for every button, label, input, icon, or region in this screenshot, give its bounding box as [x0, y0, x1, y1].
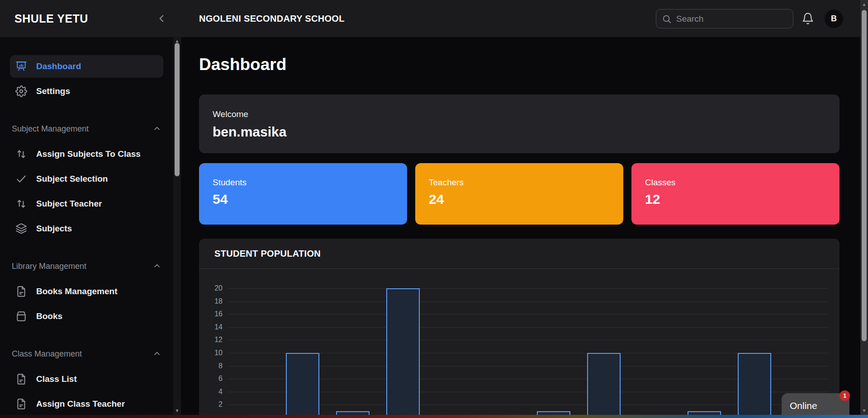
bell-icon: [802, 12, 814, 25]
search-input[interactable]: [676, 14, 780, 24]
scroll-up-arrow-icon[interactable]: ▲: [860, 1, 868, 8]
sidebar-item-books[interactable]: Books: [10, 305, 163, 328]
section-label: Subject Management: [12, 124, 89, 134]
page-scrollbar-thumb[interactable]: [862, 10, 867, 341]
chart-gridline: [228, 327, 829, 328]
sidebar-item-class-list[interactable]: Class List: [10, 368, 163, 390]
chart-header: STUDENT POPULATION: [199, 239, 840, 269]
notification-count-badge: 1: [840, 390, 850, 401]
welcome-card: Welcome ben.masika: [199, 94, 840, 153]
welcome-label: Welcome: [213, 109, 840, 119]
main-content: Dashboard Welcome ben.masika Students 54…: [181, 37, 860, 418]
avatar[interactable]: B: [825, 9, 843, 28]
chevron-up-icon: [152, 124, 161, 133]
stat-label: Classes: [645, 178, 840, 188]
y-axis-tick-label: 2: [199, 400, 223, 409]
online-status-label: Online: [790, 400, 817, 411]
sidebar-scrollbar-thumb[interactable]: [175, 43, 180, 176]
stat-card-classes: Classes 12: [631, 163, 840, 225]
scroll-down-arrow-icon[interactable]: ▼: [173, 408, 181, 414]
stat-cards-row: Students 54 Teachers 24 Classes 12: [199, 163, 840, 225]
section-label: Class Management: [12, 349, 82, 359]
presentation-chart-icon: [15, 61, 27, 72]
app-logo: SHULE YETU: [14, 12, 88, 25]
stat-card-students: Students 54: [199, 163, 407, 225]
y-axis-tick-label: 18: [199, 297, 223, 305]
sidebar-item-label: Dashboard: [36, 61, 81, 71]
stat-card-teachers: Teachers 24: [415, 163, 623, 225]
sidebar: Dashboard Settings Subject Management As…: [0, 37, 173, 418]
checkmark-icon: [15, 173, 27, 185]
document-icon: [15, 286, 27, 297]
y-axis-tick-label: 10: [199, 349, 223, 357]
sidebar-item-dashboard[interactable]: Dashboard: [10, 55, 163, 78]
chevron-up-icon: [152, 349, 161, 358]
chart-gridline: [228, 314, 829, 315]
sidebar-item-books-management[interactable]: Books Management: [10, 280, 163, 303]
sidebar-item-label: Settings: [36, 86, 70, 96]
y-axis-tick-label: 12: [199, 336, 223, 344]
gear-icon: [15, 85, 27, 97]
page-scrollbar[interactable]: ▲ ▼: [860, 0, 868, 418]
sidebar-item-subject-teacher[interactable]: Subject Teacher: [10, 193, 163, 215]
chart-bar: [386, 288, 420, 418]
search-box[interactable]: [656, 9, 793, 28]
chart-plot: 2468101214161820: [199, 269, 840, 418]
student-population-chart-card: STUDENT POPULATION 2468101214161820: [199, 239, 840, 418]
sidebar-item-subjects[interactable]: Subjects: [10, 217, 163, 240]
sidebar-item-label: Subject Teacher: [36, 199, 102, 209]
document-icon: [15, 398, 27, 410]
notifications-button[interactable]: [802, 12, 814, 25]
app-header: SHULE YETU NGOLENI SECONDARY SCHOOL B: [0, 0, 860, 37]
stat-value: 24: [429, 192, 623, 207]
y-axis-tick-label: 6: [199, 375, 223, 383]
chart-gridline: [228, 301, 829, 302]
sidebar-scrollbar[interactable]: ▲ ▼: [173, 37, 181, 418]
sidebar-item-label: Books: [36, 311, 62, 321]
page-title: Dashboard: [199, 55, 286, 74]
screen-bottom-edge: [0, 415, 868, 418]
y-axis-tick-label: 4: [199, 388, 223, 396]
chart-bar: [738, 353, 771, 418]
sidebar-item-label: Assign Class Teacher: [36, 399, 125, 409]
stat-value: 54: [213, 192, 407, 207]
sidebar-collapse-button[interactable]: [156, 13, 167, 24]
chart-gridline: [228, 288, 829, 289]
sidebar-item-assign-class-teacher[interactable]: Assign Class Teacher: [10, 393, 163, 415]
sort-arrows-icon: [15, 148, 27, 160]
search-icon: [662, 14, 672, 24]
section-label: Library Management: [12, 262, 86, 271]
stat-value: 12: [645, 192, 840, 207]
sidebar-item-label: Assign Subjects To Class: [36, 149, 141, 159]
online-status-toast[interactable]: Online 1: [782, 393, 849, 418]
sidebar-item-settings[interactable]: Settings: [10, 80, 163, 103]
sidebar-item-label: Class List: [36, 374, 77, 384]
sidebar-item-label: Books Management: [36, 286, 117, 296]
sort-arrows-icon: [15, 198, 27, 210]
sidebar-item-assign-subjects-to-class[interactable]: Assign Subjects To Class: [10, 143, 163, 165]
y-axis-tick-label: 8: [199, 362, 223, 370]
stat-label: Students: [213, 178, 407, 188]
archive-icon: [15, 310, 27, 322]
scroll-down-arrow-icon[interactable]: ▼: [860, 408, 868, 414]
sidebar-item-label: Subject Selection: [36, 174, 108, 184]
sidebar-section-subject-management[interactable]: Subject Management: [10, 122, 163, 136]
stat-label: Teachers: [429, 178, 623, 188]
chevron-left-icon: [156, 13, 167, 24]
avatar-initial: B: [831, 14, 837, 23]
layers-icon: [15, 223, 27, 235]
school-name: NGOLENI SECONDARY SCHOOL: [199, 14, 345, 24]
y-axis-tick-label: 20: [199, 284, 223, 292]
chart-bar: [286, 353, 319, 418]
welcome-username: ben.masika: [213, 124, 840, 140]
document-icon: [15, 373, 27, 385]
chart-bar: [587, 353, 621, 418]
y-axis-tick-label: 14: [199, 323, 223, 331]
sidebar-item-label: Subjects: [36, 224, 72, 234]
chart-title: STUDENT POPULATION: [214, 249, 321, 259]
sidebar-item-subject-selection[interactable]: Subject Selection: [10, 168, 163, 190]
sidebar-section-class-management[interactable]: Class Management: [10, 347, 163, 361]
chevron-up-icon: [152, 262, 161, 271]
sidebar-section-library-management[interactable]: Library Management: [10, 259, 163, 273]
chart-gridline: [228, 340, 829, 340]
